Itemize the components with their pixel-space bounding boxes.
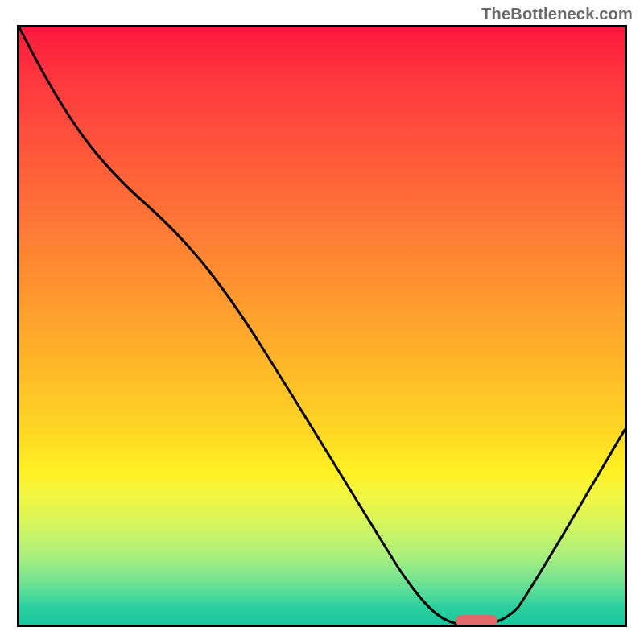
plot-area xyxy=(17,25,627,627)
optimal-marker xyxy=(456,615,497,626)
curve-path xyxy=(19,27,625,625)
watermark-text: TheBottleneck.com xyxy=(481,5,633,23)
chart-container: { "watermark": "TheBottleneck.com", "cha… xyxy=(0,0,644,644)
bottleneck-curve xyxy=(19,27,625,625)
